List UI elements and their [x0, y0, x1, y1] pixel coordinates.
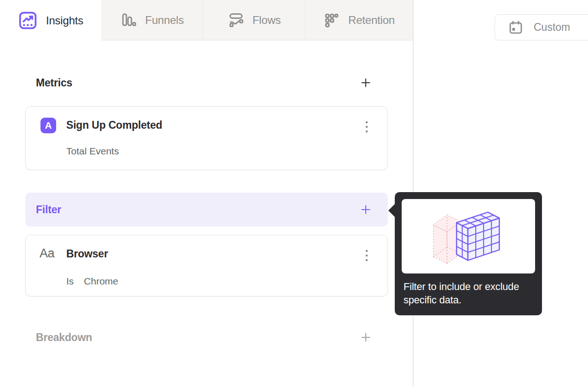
tab-funnels[interactable]: Funnels	[101, 0, 203, 40]
metric-letter-badge: A	[40, 118, 56, 133]
breakdown-section-header: Breakdown	[25, 326, 388, 348]
report-tab-bar: Funnels Flows	[0, 0, 413, 40]
retention-dots-icon	[323, 12, 340, 28]
kebab-menu-icon[interactable]	[361, 246, 373, 265]
metrics-section-header: Metrics	[25, 72, 388, 94]
filter-condition: IsChrome	[66, 276, 118, 287]
filter-card[interactable]: Aa Browser IsChrome	[25, 235, 388, 296]
tooltip-text: Filter to include or exclude specific da…	[404, 280, 528, 307]
filter-cube-illustration	[402, 199, 535, 273]
metric-title: Sign Up Completed	[66, 119, 162, 131]
breakdown-section-title: Breakdown	[36, 331, 92, 344]
filter-section-title: Filter	[36, 204, 61, 216]
tab-label: Flows	[253, 14, 281, 27]
insights-chart-icon	[18, 11, 38, 30]
tab-label: Retention	[348, 14, 395, 27]
tab-label: Insights	[46, 14, 83, 27]
tab-retention[interactable]: Retention	[305, 0, 413, 40]
string-property-icon: Aa	[40, 246, 54, 261]
flows-wave-icon	[228, 12, 244, 28]
metric-card[interactable]: A Sign Up Completed Total Events	[25, 106, 388, 170]
tooltip-illustration-panel	[402, 199, 535, 273]
calendar-icon	[508, 20, 524, 35]
filter-value[interactable]: Chrome	[84, 276, 118, 286]
date-range-custom-button[interactable]: Custom	[495, 14, 588, 40]
filter-section-row[interactable]: Filter	[25, 193, 388, 227]
tab-insights[interactable]: Insights	[0, 0, 101, 41]
metrics-section-title: Metrics	[36, 77, 72, 89]
funnel-bars-icon	[121, 12, 137, 28]
date-range-label: Custom	[534, 21, 570, 34]
add-metric-plus-icon[interactable]	[360, 77, 371, 88]
tab-flows[interactable]: Flows	[203, 0, 305, 40]
tab-label: Funnels	[145, 14, 184, 27]
add-breakdown-plus-icon[interactable]	[360, 332, 371, 343]
add-filter-plus-icon[interactable]	[360, 204, 371, 215]
insights-report-builder: Funnels Flows	[0, 0, 588, 387]
kebab-menu-icon[interactable]	[361, 118, 373, 136]
filter-operator[interactable]: Is	[66, 276, 74, 286]
metric-aggregation-label[interactable]: Total Events	[66, 146, 119, 157]
filter-help-tooltip: Filter to include or exclude specific da…	[395, 192, 542, 315]
filter-property-title: Browser	[66, 248, 108, 260]
